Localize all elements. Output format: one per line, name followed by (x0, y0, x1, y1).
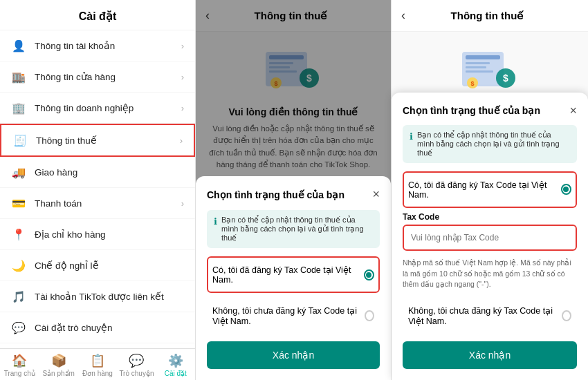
mid-radio-dot2 (365, 310, 374, 321)
left-panel-title: Cài đặt (0, 0, 195, 30)
nav-item-settings[interactable]: ⚙️ Cài đặt (156, 353, 195, 377)
settings-left-panel: Cài đặt 👤 Thông tin tài khoản › 🏬 Thông … (0, 0, 196, 380)
right-panel-title: Thông tin thuế (412, 10, 562, 22)
nav-item-order[interactable]: 📋 Đơn hàng (78, 353, 117, 377)
menu-item-tax[interactable]: 🧾 Thông tin thuế › (0, 124, 195, 157)
mid-radio-dot1 (364, 269, 374, 281)
svg-text:$: $ (470, 80, 474, 87)
menu-item-leave[interactable]: 🌙 Chế độ nghỉ lễ (0, 250, 195, 281)
menu-label-leave: Chế độ nghỉ lễ (35, 260, 184, 271)
menu-item-account[interactable]: 👤 Thông tin tài khoản › (0, 30, 195, 61)
right-radio-label2: Không, tôi chưa đăng ký Tax Code tại Việ… (408, 305, 562, 326)
nav-label-product: Sản phẩm (42, 370, 74, 377)
chevron-icon-store: › (181, 72, 184, 82)
leave-icon: 🌙 (11, 258, 26, 273)
chevron-icon-business: › (181, 103, 184, 113)
payment-icon: 💳 (11, 196, 26, 211)
right-radio-dot1 (561, 184, 571, 195)
menu-label-store: Thông tin cửa hàng (35, 71, 181, 82)
mid-modal-info-text: Bạn có thể cập nhật thông tin thuế của m… (221, 216, 373, 243)
store-icon: 🏬 (11, 69, 26, 84)
right-panel: ‹ Thông tin thuế $ $ Vui lòng điền thông… (392, 0, 588, 380)
nav-label-home: Trang chủ (4, 370, 35, 377)
right-tax-illustration: $ $ (448, 43, 531, 98)
menu-label-business: Thông tin doanh nghiệp (35, 102, 181, 113)
svg-rect-13 (466, 70, 493, 73)
mid-modal-info-box: ℹ Bạn có thể cập nhật thông tin thuế của… (207, 210, 380, 248)
right-modal-info-text: Bạn có thể cập nhật thông tin thuế của m… (417, 131, 570, 158)
mid-modal-header: Chọn tình trạng thuế của bạn × (207, 187, 380, 202)
right-modal-title: Chọn tình trạng thuế của bạn (403, 105, 540, 116)
delivery-icon: 🚚 (11, 164, 26, 180)
chevron-icon-payment: › (181, 198, 184, 209)
right-back-button[interactable]: ‹ (401, 8, 405, 23)
right-radio-option2[interactable]: Không, tôi chưa đăng ký Tax Code tại Việ… (403, 297, 577, 334)
menu-item-delivery[interactable]: 🚚 Giao hàng (0, 157, 195, 188)
right-panel-header: ‹ Thông tin thuế (392, 0, 588, 32)
chat-icon: 💬 (11, 320, 26, 335)
chevron-icon-account: › (181, 41, 184, 51)
tiktok-icon: 🎵 (11, 289, 26, 304)
mid-radio-option1[interactable]: Có, tôi đã đăng ký Tax Code tại Việt Nam… (207, 256, 380, 293)
nav-item-home[interactable]: 🏠 Trang chủ (0, 353, 39, 377)
menu-label-tiktok: Tài khoản TikTok được liên kết (35, 291, 184, 302)
product-nav-icon: 📦 (51, 353, 66, 368)
mid-confirm-button[interactable]: Xác nhận (207, 341, 380, 369)
right-modal-header: Chọn tình trạng thuế của bạn × (403, 104, 577, 118)
mid-modal-sheet: Chọn tình trạng thuế của bạn × ℹ Bạn có … (196, 176, 391, 380)
mid-modal-overlay: Chọn tình trạng thuế của bạn × ℹ Bạn có … (196, 0, 391, 380)
warehouse-icon: 📍 (11, 227, 26, 242)
nav-label-settings: Cài đặt (165, 370, 187, 377)
tax-code-input[interactable] (403, 225, 577, 251)
right-confirm-button[interactable]: Xác nhận (403, 341, 577, 369)
right-radio-dot2 (562, 310, 571, 321)
nav-label-order: Đơn hàng (82, 370, 113, 377)
menu-label-tax: Thông tin thuế (36, 135, 180, 146)
tax-hint-text: Nhập mã số thuế Việt Nam hợp lệ. Mã số n… (403, 258, 577, 290)
nav-label-chat: Trò chuyện (119, 370, 154, 377)
menu-label-payment: Thanh toán (35, 198, 181, 209)
menu-item-notify[interactable]: 🔔 Thông báo đẩy (0, 343, 195, 348)
bottom-navigation: 🏠 Trang chủ 📦 Sản phẩm 📋 Đơn hàng 💬 Trò … (0, 348, 195, 380)
mid-modal-close-button[interactable]: × (372, 187, 380, 202)
right-modal-close-button[interactable]: × (569, 104, 577, 118)
mid-radio-option2[interactable]: Không, tôi chưa đăng ký Tax Code tại Việ… (207, 297, 380, 334)
order-nav-icon: 📋 (90, 353, 105, 368)
svg-rect-11 (466, 62, 490, 64)
account-icon: 👤 (11, 38, 26, 53)
menu-label-warehouse: Địa chỉ kho hàng (35, 229, 184, 240)
menu-item-chat[interactable]: 💬 Cài đặt trò chuyện (0, 312, 195, 343)
right-radio-label1: Có, tôi đã đăng ký Tax Code tại Việt Nam… (408, 180, 561, 200)
menu-item-business[interactable]: 🏢 Thông tin doanh nghiệp › (0, 93, 195, 124)
svg-rect-10 (466, 55, 500, 59)
menu-list: 👤 Thông tin tài khoản › 🏬 Thông tin cửa … (0, 30, 195, 348)
menu-label-chat: Cài đặt trò chuyện (35, 322, 184, 333)
nav-item-product[interactable]: 📦 Sản phẩm (39, 353, 77, 377)
mid-modal-title: Chọn tình trạng thuế của bạn (207, 189, 344, 200)
home-nav-icon: 🏠 (12, 353, 27, 368)
mid-radio-label2: Không, tôi chưa đăng ký Tax Code tại Việ… (212, 305, 365, 326)
chat-nav-icon: 💬 (129, 353, 144, 368)
tax-code-field: Tax Code (403, 212, 577, 251)
svg-text:$: $ (503, 73, 508, 84)
nav-item-chat[interactable]: 💬 Trò chuyện (117, 353, 156, 377)
tax-icon: 🧾 (12, 133, 28, 148)
menu-label-delivery: Giao hàng (35, 167, 184, 178)
menu-item-warehouse[interactable]: 📍 Địa chỉ kho hàng (0, 219, 195, 250)
info-icon: ℹ (214, 216, 217, 227)
menu-item-store[interactable]: 🏬 Thông tin cửa hàng › (0, 61, 195, 93)
menu-item-tiktok[interactable]: 🎵 Tài khoản TikTok được liên kết (0, 281, 195, 312)
settings-nav-icon: ⚙️ (168, 353, 183, 368)
right-info-icon: ℹ (410, 131, 413, 142)
menu-label-account: Thông tin tài khoản (35, 40, 181, 51)
right-modal: Chọn tình trạng thuế của bạn × ℹ Bạn có … (392, 93, 588, 380)
mid-panel: ‹ Thông tin thuế $ $ Vui lòng điền thông… (196, 0, 392, 380)
chevron-icon-tax: › (180, 135, 183, 146)
mid-radio-label1: Có, tôi đã đăng ký Tax Code tại Việt Nam… (212, 265, 364, 285)
svg-rect-12 (466, 66, 486, 68)
right-modal-info-box: ℹ Bạn có thể cập nhật thông tin thuế của… (403, 125, 577, 163)
business-icon: 🏢 (11, 100, 26, 115)
tax-code-label: Tax Code (403, 212, 577, 222)
right-radio-option1[interactable]: Có, tôi đã đăng ký Tax Code tại Việt Nam… (403, 171, 577, 208)
menu-item-payment[interactable]: 💳 Thanh toán › (0, 188, 195, 219)
